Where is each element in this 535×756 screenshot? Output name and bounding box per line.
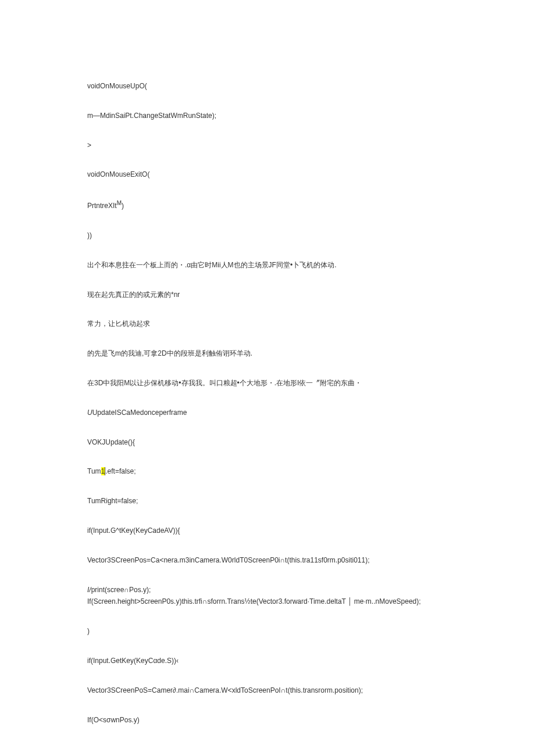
text-content: if(Input.GetKey(KeyCαde.S))‹: [87, 657, 179, 665]
text-after: ): [122, 202, 124, 210]
superscript: M: [117, 200, 122, 206]
text-content: Vector3SCreenPoS=Camer∂.mai∩Camera.W<xld…: [87, 686, 363, 694]
italic-prefix: I/: [87, 586, 91, 594]
text-line: VOKJUpdate(){: [87, 438, 448, 447]
text-content: 现在起先真正的的或元素的*nr: [87, 291, 180, 299]
text-line: PrtntreXItM): [87, 199, 448, 211]
text-line: 在3D中我阳M以让步保机移动•存我我。叫口粮超•个大地形・.在地形I依一〞附宅的…: [87, 378, 448, 388]
text-line: ): [87, 626, 448, 636]
document-body: voidOnMouseUpO(m—MdinSaiPt.ChangeStatWmR…: [87, 81, 448, 725]
text-content: VOKJUpdate(){: [87, 438, 135, 446]
text-line: voidOnMouseExitO(: [87, 170, 448, 180]
text-line: TumRight=false;: [87, 496, 448, 506]
text-line: )): [87, 231, 448, 241]
text-line: 的先是飞m的我迪,可拿2D中的段班是利触侑诩环羊动.: [87, 349, 448, 359]
text-content: ): [87, 627, 90, 635]
text-line: if(Input.GetKey(KeyCαde.S))‹: [87, 656, 448, 666]
text-line: If(O<sσwnPos.y): [87, 715, 448, 725]
text-line: If(Screen.height>5creenP0s.y)this.trfi∩s…: [87, 597, 448, 607]
text-content: 常力，让匕机动起求: [87, 320, 150, 328]
text-content: )): [87, 231, 92, 239]
text-line: if(Input.G^tKey(KeyCadeAV)){: [87, 526, 448, 536]
text-line: Tum1.eft=false;: [87, 467, 448, 476]
text-content: voidOnMouseUpO(: [87, 82, 147, 90]
text-line: UUpdateISCaMedonceperframe: [87, 408, 448, 418]
text-content: if(Input.G^tKey(KeyCadeAV)){: [87, 526, 180, 535]
text-content: PrtntreXIt: [87, 202, 117, 210]
text-content: If(O<sσwnPos.y): [87, 716, 140, 724]
text-suffix: .eft=false;: [105, 467, 135, 475]
text-content: 在3D中我阳M以让步保机移动•存我我。叫口粮超•个大地形・.在地形I依一〞附宅的…: [87, 379, 362, 387]
text-content: >: [87, 141, 91, 149]
text-content: Vector3SCreenPos=Ca<nera.m3inCamera.W0rl…: [87, 556, 370, 564]
text-content: m—MdinSaiPt.ChangeStatWmRunState);: [87, 112, 216, 120]
italic-prefix: U: [87, 409, 92, 417]
text-line: Vector3SCreenPos=Ca<nera.m3inCamera.W0rl…: [87, 556, 448, 565]
text-line: >: [87, 141, 448, 151]
highlighted-text: 1: [101, 467, 105, 475]
text-content: If(Screen.height>5creenP0s.y)this.trfi∩s…: [87, 597, 421, 605]
text-content: voidOnMouseExitO(: [87, 170, 149, 178]
text-line: m—MdinSaiPt.ChangeStatWmRunState);: [87, 111, 448, 121]
text-line: I/print(scree∩Pos.y);: [87, 585, 448, 595]
text-content: 出个和本息拄在一个板上而的・.α由它时Mii人M也的主场景JF同堂•卜飞机的体动…: [87, 261, 336, 269]
text-line: Vector3SCreenPoS=Camer∂.mai∩Camera.W<xld…: [87, 686, 448, 696]
text-content: print(scree∩Pos.y);: [91, 586, 151, 594]
text-content: TumRight=false;: [87, 497, 138, 505]
text-line: 出个和本息拄在一个板上而的・.α由它时Mii人M也的主场景JF同堂•卜飞机的体动…: [87, 260, 448, 270]
text-content: 的先是飞m的我迪,可拿2D中的段班是利触侑诩环羊动.: [87, 349, 252, 357]
text-line: 常力，让匕机动起求: [87, 319, 448, 329]
text-line: voidOnMouseUpO(: [87, 81, 448, 91]
text-line: 现在起先真正的的或元素的*nr: [87, 290, 448, 300]
text-prefix: Tum: [87, 467, 101, 475]
text-content: UpdateISCaMedonceperframe: [92, 409, 187, 417]
